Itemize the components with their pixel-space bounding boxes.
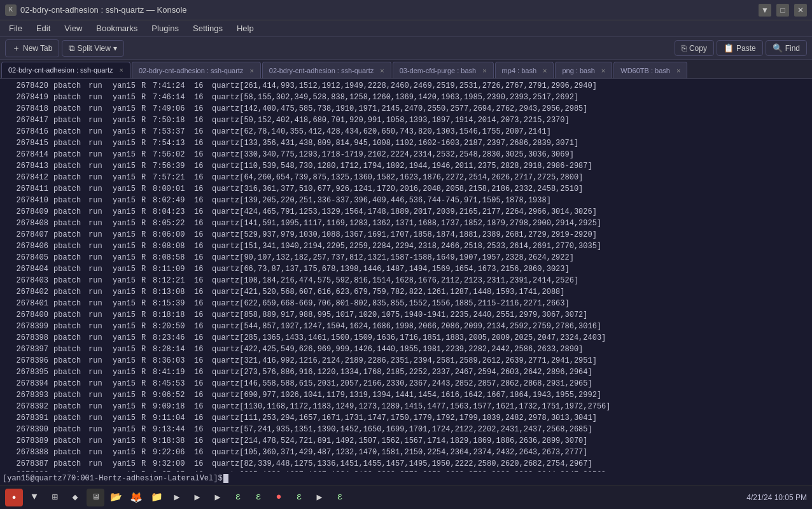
menu-bar: FileEditViewBookmarksPluginsSettingsHelp — [0, 20, 812, 37]
title-bar-left: K 02-bdry-cnt-adhesion : ssh-quartz — Ko… — [5, 4, 187, 16]
tab-close-5[interactable]: × — [601, 67, 605, 74]
new-tab-button[interactable]: ＋ New Tab — [5, 39, 59, 57]
table-row: 2678390pbatchrunyan15R9:13:4416quartz[57… — [3, 424, 809, 435]
task-icon-5[interactable]: ▶ — [168, 489, 186, 506]
menu-item-bookmarks[interactable]: Bookmarks — [90, 22, 144, 35]
tab-close-4[interactable]: × — [543, 67, 547, 74]
tab-6[interactable]: WD60TB : bash× — [613, 62, 687, 78]
table-row: 2678399pbatchrunyan15R8:20:5016quartz[54… — [3, 321, 809, 332]
split-view-label: Split View — [77, 44, 110, 53]
table-row: 2678396pbatchrunyan15R8:36:0316quartz[32… — [3, 355, 809, 366]
tab-4[interactable]: mp4 : bash× — [495, 62, 554, 78]
paste-label: Paste — [736, 44, 756, 53]
paste-button[interactable]: 📋 Paste — [717, 40, 763, 56]
toolbar-left: ＋ New Tab ⧉ Split View ▾ — [5, 39, 124, 57]
task-icon-13[interactable]: ε — [331, 489, 349, 506]
new-tab-icon: ＋ — [12, 43, 20, 54]
table-row: 2678419pbatchrunyan15R7:46:1416quartz[58… — [3, 92, 809, 103]
menu-item-settings[interactable]: Settings — [186, 22, 229, 35]
table-row: 2678416pbatchrunyan15R7:53:3716quartz[62… — [3, 126, 809, 137]
tab-close-3[interactable]: × — [482, 67, 486, 74]
terminal-scroll[interactable]: 2678420pbatchrunyan15R7:41:2416quartz[26… — [0, 79, 812, 472]
task-icon-files[interactable]: 📂 — [107, 489, 125, 506]
tab-close-1[interactable]: × — [249, 67, 253, 74]
find-button[interactable]: 🔍 Find — [766, 40, 807, 56]
app-icon: K — [5, 4, 17, 16]
tab-close-2[interactable]: × — [380, 67, 384, 74]
paste-icon: 📋 — [724, 43, 734, 53]
menu-item-plugins[interactable]: Plugins — [145, 22, 185, 35]
copy-label: Copy — [689, 44, 707, 53]
table-row: 2678393pbatchrunyan15R9:06:5216quartz[69… — [3, 389, 809, 401]
table-row: 2678395pbatchrunyan15R8:41:1916quartz[27… — [3, 366, 809, 378]
table-row: 2678414pbatchrunyan15R7:56:0216quartz[33… — [3, 149, 809, 160]
table-row: 2678391pbatchrunyan15R9:11:0416quartz[11… — [3, 412, 809, 424]
table-row: 2678418pbatchrunyan15R7:49:0616quartz[14… — [3, 103, 809, 115]
task-icon-2[interactable]: ⊞ — [46, 489, 64, 506]
menu-item-file[interactable]: File — [3, 22, 29, 35]
close-taskbar-icon[interactable]: ● — [5, 489, 23, 506]
task-icon-browser[interactable]: 🦊 — [127, 489, 145, 506]
tab-1[interactable]: 02-bdry-cnt-adhesion : ssh-quartz× — [132, 62, 261, 78]
taskbar-right: 4/21/24 10:05 PM — [746, 493, 807, 502]
table-row: 2678400pbatchrunyan15R8:18:1816quartz[85… — [3, 309, 809, 321]
table-row: 2678389pbatchrunyan15R9:18:3816quartz[21… — [3, 435, 809, 447]
close-button[interactable]: ✕ — [794, 4, 807, 17]
toolbar: ＋ New Tab ⧉ Split View ▾ ⎘ Copy 📋 Paste … — [0, 37, 812, 60]
copy-button[interactable]: ⎘ Copy — [675, 40, 714, 56]
table-row: 2678406pbatchrunyan15R8:08:0816quartz[15… — [3, 241, 809, 252]
minimize-button[interactable]: ▼ — [759, 4, 771, 17]
task-icon-1[interactable]: ▼ — [25, 489, 43, 506]
table-row: 2678401pbatchrunyan15R8:15:3916quartz[62… — [3, 298, 809, 309]
table-row: 2678417pbatchrunyan15R7:50:1816quartz[50… — [3, 115, 809, 126]
table-row: 2678408pbatchrunyan15R8:05:2216quartz[14… — [3, 218, 809, 229]
terminal[interactable]: 2678420pbatchrunyan15R7:41:2416quartz[26… — [0, 79, 812, 485]
task-icon-7[interactable]: ▶ — [209, 489, 227, 506]
menu-item-help[interactable]: Help — [230, 22, 260, 35]
table-row: 2678397pbatchrunyan15R8:28:1416quartz[42… — [3, 344, 809, 355]
tab-2[interactable]: 02-bdry-cnt-adhesion : ssh-quartz× — [262, 62, 391, 78]
tab-close-6[interactable]: × — [676, 67, 680, 74]
prompt-text: [yan15@quartz770:001-Hertz-adhesion-Late… — [3, 472, 223, 485]
table-row: 2678402pbatchrunyan15R8:13:0816quartz[42… — [3, 286, 809, 298]
prompt-line: [yan15@quartz770:001-Hertz-adhesion-Late… — [0, 472, 812, 485]
table-row: 2678411pbatchrunyan15R8:00:0116quartz[31… — [3, 183, 809, 195]
new-tab-label: New Tab — [23, 44, 52, 53]
cursor — [223, 474, 228, 483]
table-row: 2678410pbatchrunyan15R8:02:4916quartz[13… — [3, 195, 809, 206]
table-row: 2678409pbatchrunyan15R8:04:2316quartz[42… — [3, 206, 809, 218]
tab-5[interactable]: png : bash× — [555, 62, 612, 78]
window-title: 02-bdry-cnt-adhesion : ssh-quartz — Kons… — [20, 5, 187, 15]
split-view-chevron: ▾ — [113, 44, 117, 53]
table-row: 2678387pbatchrunyan15R9:32:0016quartz[82… — [3, 458, 809, 470]
split-view-button[interactable]: ⧉ Split View ▾ — [62, 40, 123, 57]
task-icon-8[interactable]: ε — [229, 489, 247, 506]
table-row: 2678392pbatchrunyan15R9:09:1816quartz[11… — [3, 401, 809, 412]
tabs-bar: 02-bdry-cnt-adhesion : ssh-quartz×02-bdr… — [0, 60, 812, 79]
task-icon-10[interactable]: ● — [270, 489, 288, 506]
task-icon-3[interactable]: ◆ — [66, 489, 84, 506]
table-row: 2678404pbatchrunyan15R8:11:0916quartz[66… — [3, 263, 809, 275]
find-label: Find — [785, 44, 800, 53]
tab-close-0[interactable]: × — [119, 66, 123, 74]
split-view-icon: ⧉ — [69, 43, 74, 53]
taskbar-left: ● ▼ ⊞ ◆ 🖥 📂 🦊 📁 ▶ ▶ ▶ ε ε ● ε ▶ ε — [5, 489, 349, 506]
tab-3[interactable]: 03-dem-cfd-purge : bash× — [393, 62, 494, 78]
table-row: 2678398pbatchrunyan15R8:23:4616quartz[28… — [3, 332, 809, 344]
table-row: 2678420pbatchrunyan15R7:41:2416quartz[26… — [3, 80, 809, 92]
menu-item-edit[interactable]: Edit — [30, 22, 57, 35]
table-row: 2678412pbatchrunyan15R7:57:2116quartz[64… — [3, 172, 809, 183]
task-icon-12[interactable]: ▶ — [311, 489, 328, 506]
title-bar: K 02-bdry-cnt-adhesion : ssh-quartz — Ko… — [0, 0, 812, 20]
table-row: 2678413pbatchrunyan15R7:56:3916quartz[11… — [3, 160, 809, 172]
menu-item-view[interactable]: View — [58, 22, 88, 35]
task-icon-11[interactable]: ε — [290, 489, 308, 506]
tab-0[interactable]: 02-bdry-cnt-adhesion : ssh-quartz× — [1, 62, 130, 78]
maximize-button[interactable]: □ — [776, 4, 789, 17]
find-icon: 🔍 — [773, 43, 783, 53]
task-icon-6[interactable]: ▶ — [188, 489, 206, 506]
task-icon-9[interactable]: ε — [249, 489, 267, 506]
task-icon-terminal[interactable]: 🖥 — [87, 489, 104, 506]
task-icon-4[interactable]: 📁 — [148, 489, 165, 506]
title-bar-controls: ▼ □ ✕ — [759, 4, 807, 17]
